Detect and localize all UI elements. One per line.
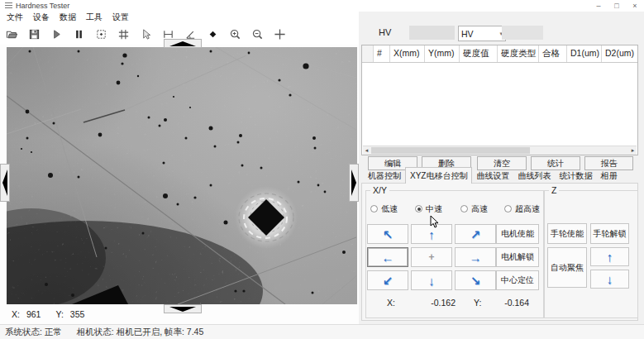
motor-unlock-button[interactable]: 电机解锁 — [496, 247, 539, 267]
radio-icon — [370, 205, 378, 212]
jog-center-button[interactable]: + — [411, 247, 452, 267]
menu-device[interactable]: 设备 — [33, 12, 50, 23]
speed-low-radio[interactable]: 低速 — [370, 203, 398, 214]
scroll-right-icon[interactable]: ▸ — [629, 147, 637, 154]
pan-left-icon — [2, 170, 7, 196]
results-table: # X(mm) Y(mm) 硬度值 硬度类型 合格 D1(um) D2(um) … — [361, 45, 638, 155]
pixel-y-label: Y: — [55, 309, 63, 321]
radio-selected-icon — [415, 205, 422, 212]
jog-down-left-button[interactable]: ↙ — [367, 270, 408, 290]
xyz-stage-panel: X/Y 低速 中速 高速 超高速 ↖ ↑ ↗ ← + → ↙ ↓ ↘ 电机使能 … — [361, 183, 638, 321]
save-icon[interactable] — [27, 27, 41, 41]
menu-data[interactable]: 数据 — [60, 12, 76, 23]
pixel-x-value: 961 — [26, 309, 41, 321]
tab-xyz-stage-control[interactable]: XYZ电移台控制 — [405, 167, 472, 184]
up-left-arrow-icon: ↖ — [383, 228, 394, 241]
center-point-icon: + — [428, 252, 434, 262]
hv-label: HV — [379, 27, 391, 37]
indentation-diamond-icon[interactable] — [206, 27, 219, 41]
tab-album[interactable]: 相册 — [596, 169, 621, 184]
up-arrow-icon: ↑ — [607, 251, 613, 263]
col-x-mm[interactable]: X(mm) — [390, 45, 425, 62]
pixel-x-label: X: — [12, 309, 20, 321]
system-status: 系统状态: 正常 — [5, 327, 62, 338]
title-bar: Hardness Tester – □ × — [0, 0, 644, 12]
pan-left-button[interactable] — [0, 164, 10, 202]
crosshair-icon[interactable] — [273, 27, 286, 41]
mouse-cursor — [430, 216, 440, 230]
pause-icon[interactable] — [72, 27, 85, 41]
close-button[interactable]: × — [626, 0, 644, 12]
table-header-row: # X(mm) Y(mm) 硬度值 硬度类型 合格 D1(um) D2(um) — [362, 45, 637, 63]
image-pixel-coords: X: 961 Y: 355 — [12, 309, 177, 321]
hv-value-field[interactable] — [409, 26, 455, 40]
y-coord-label: Y: — [474, 298, 481, 308]
hv-secondary-field[interactable] — [502, 26, 543, 40]
open-icon[interactable] — [5, 27, 18, 41]
row-selector-column — [362, 45, 374, 62]
y-coord-value: -0.164 — [490, 298, 529, 308]
tab-statistics-data[interactable]: 统计数据 — [555, 169, 596, 184]
z-up-button[interactable]: ↑ — [590, 247, 629, 266]
center-target-icon[interactable] — [94, 27, 107, 41]
jog-up-right-button[interactable]: ↗ — [455, 224, 496, 244]
motor-enable-button[interactable]: 电机使能 — [496, 224, 539, 244]
specimen-image[interactable] — [7, 47, 357, 304]
jog-down-button[interactable]: ↓ — [411, 270, 452, 290]
tab-machine-control[interactable]: 机器控制 — [364, 169, 405, 184]
handwheel-enable-button[interactable]: 手轮使能 — [547, 223, 587, 244]
zoom-out-icon[interactable] — [250, 27, 264, 41]
grid-icon[interactable] — [117, 27, 130, 41]
scroll-left-icon[interactable]: ◂ — [363, 147, 370, 154]
left-arrow-icon: ← — [382, 251, 394, 264]
menu-file[interactable]: 文件 — [7, 12, 23, 23]
down-arrow-icon: ↓ — [607, 273, 613, 285]
select-cursor-icon[interactable] — [139, 27, 152, 41]
radio-icon — [504, 205, 512, 212]
table-horizontal-scrollbar[interactable]: ◂ ▸ — [363, 146, 637, 155]
handwheel-unlock-button[interactable]: 手轮解锁 — [590, 223, 629, 244]
hv-scale-value: HV — [461, 29, 474, 39]
pixel-y-value: 355 — [70, 309, 85, 321]
col-y-mm[interactable]: Y(mm) — [425, 45, 460, 62]
down-arrow-icon: ↓ — [428, 275, 435, 287]
xy-group-label: X/Y — [370, 185, 389, 195]
jog-left-button[interactable]: ← — [367, 247, 408, 267]
tab-curve-settings[interactable]: 曲线设置 — [472, 169, 513, 184]
radio-icon — [460, 205, 468, 212]
status-bar: 系统状态: 正常 相机状态: 相机已开启, 帧率: 7.45 — [0, 324, 644, 339]
tab-curve-list[interactable]: 曲线列表 — [513, 169, 555, 184]
pan-right-icon — [351, 170, 356, 196]
x-coord-value: -0.162 — [402, 298, 456, 308]
speed-ultra-radio[interactable]: 超高速 — [504, 203, 540, 214]
play-icon[interactable] — [50, 27, 63, 41]
jog-up-left-button[interactable]: ↖ — [367, 224, 408, 244]
zoom-in-icon[interactable] — [228, 27, 241, 41]
speed-high-radio[interactable]: 高速 — [460, 203, 488, 214]
speed-medium-radio[interactable]: 中速 — [415, 203, 442, 214]
jog-down-right-button[interactable]: ↘ — [455, 270, 496, 290]
col-hardness-type[interactable]: 硬度类型 — [498, 45, 539, 62]
col-d1[interactable]: D1(um) — [567, 45, 602, 62]
jog-right-button[interactable]: → — [455, 247, 496, 267]
col-d2[interactable]: D2(um) — [602, 45, 637, 62]
pan-right-button[interactable] — [349, 164, 359, 202]
menu-tools[interactable]: 工具 — [86, 12, 103, 23]
hv-scale-select[interactable]: HV ▾ — [458, 26, 506, 41]
menu-settings[interactable]: 设置 — [112, 12, 129, 23]
z-down-button[interactable]: ↓ — [590, 270, 629, 289]
x-coord-label: X: — [387, 298, 395, 308]
pan-up-icon — [169, 41, 196, 46]
app-icon — [5, 2, 12, 9]
col-hardness-value[interactable]: 硬度值 — [460, 45, 498, 62]
col-index[interactable]: # — [374, 45, 390, 62]
col-pass[interactable]: 合格 — [539, 45, 567, 62]
maximize-button[interactable]: □ — [608, 0, 626, 12]
minimize-button[interactable]: – — [589, 0, 608, 12]
autofocus-button[interactable]: 自动聚焦 — [547, 247, 587, 288]
pan-up-button[interactable] — [164, 39, 202, 48]
scrollbar-thumb[interactable] — [371, 147, 530, 154]
center-position-button[interactable]: 中心定位 — [496, 270, 539, 290]
table-body[interactable] — [362, 63, 637, 138]
camera-status: 相机状态: 相机已开启, 帧率: 7.45 — [77, 327, 203, 338]
